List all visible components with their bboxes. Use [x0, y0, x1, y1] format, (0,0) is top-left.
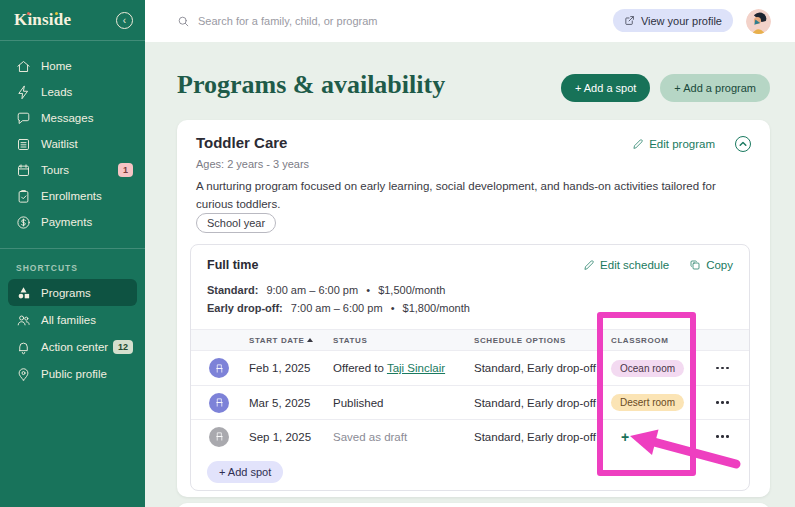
user-avatar[interactable] — [746, 9, 771, 34]
program-ages: Ages: 2 years - 3 years — [196, 158, 309, 170]
external-link-icon — [624, 15, 635, 26]
row-menu-button[interactable] — [716, 435, 751, 438]
sidebar-item-enrollments[interactable]: Enrollments — [0, 183, 145, 209]
add-spot-row-button[interactable]: + Add spot — [207, 461, 283, 483]
sidebar-item-waitlist[interactable]: Waitlist — [0, 131, 145, 157]
view-profile-label: View your profile — [641, 15, 722, 27]
column-header-label: START DATE — [249, 336, 304, 345]
classroom-chip[interactable]: Ocean room — [611, 360, 684, 377]
edit-schedule-label: Edit schedule — [600, 259, 669, 271]
bullet-separator: • — [391, 302, 395, 314]
column-header-start-date[interactable]: START DATE — [249, 336, 333, 345]
column-header-status[interactable]: STATUS — [333, 336, 474, 345]
bell-icon — [16, 340, 31, 355]
sidebar-item-label: Messages — [41, 112, 93, 124]
program-card-actions: Edit program — [632, 136, 751, 152]
rate-early-dropoff: Early drop-off: 7:00 am – 6:00 pm • $1,8… — [207, 302, 470, 314]
edit-schedule-link[interactable]: Edit schedule — [583, 259, 669, 271]
schedule-actions: Edit schedule Copy — [583, 259, 733, 271]
shortcuts-title: SHORTCUTS — [0, 249, 145, 279]
sidebar-item-label: Home — [41, 60, 72, 72]
copy-schedule-link[interactable]: Copy — [689, 259, 733, 271]
copy-icon — [689, 259, 701, 271]
chevron-up-icon — [739, 140, 747, 148]
spot-status: Saved as draft — [333, 431, 474, 443]
page-title: Programs & availability — [177, 70, 445, 100]
search-icon — [177, 15, 190, 28]
calendar-icon — [16, 163, 31, 178]
spot-start-date: Mar 5, 2025 — [249, 397, 333, 409]
rate-price: $1,800/month — [403, 302, 470, 314]
search-input[interactable] — [198, 15, 518, 27]
avatar-illustration — [746, 9, 771, 34]
clipboard-icon — [16, 189, 31, 204]
view-profile-button[interactable]: View your profile — [613, 9, 733, 32]
sidebar-item-label: All families — [41, 314, 96, 326]
table-row: Mar 5, 2025 Published Standard, Early dr… — [191, 385, 749, 419]
spot-schedule-options: Standard, Early drop-off — [474, 431, 611, 443]
rate-label: Early drop-off: — [207, 302, 283, 314]
spot-classroom: Desert room — [611, 394, 716, 411]
edit-program-link[interactable]: Edit program — [632, 138, 715, 150]
term-chip: School year — [196, 213, 276, 233]
sidebar-collapse-button[interactable]: ‹ — [116, 12, 133, 29]
table-row: Feb 1, 2025 Offered to Taji Sinclair Sta… — [191, 351, 749, 385]
main-content: Programs & availability + Add a spot + A… — [145, 42, 795, 507]
column-header-classroom[interactable]: CLASSROOM — [611, 336, 716, 345]
add-program-button[interactable]: + Add a program — [660, 74, 770, 102]
classroom-chip[interactable]: Desert room — [611, 394, 684, 411]
sidebar-item-messages[interactable]: Messages — [0, 105, 145, 131]
spot-classroom: + — [611, 429, 716, 445]
sidebar-item-all-families[interactable]: All families — [0, 307, 145, 333]
row-menu-button[interactable] — [716, 401, 751, 404]
copy-schedule-label: Copy — [706, 259, 733, 271]
tours-count-badge: 1 — [118, 163, 133, 177]
spot-status: Published — [333, 397, 474, 409]
family-link[interactable]: Taji Sinclair — [387, 362, 445, 374]
sidebar-item-label: Public profile — [41, 368, 107, 380]
sidebar-item-label: Waitlist — [41, 138, 78, 150]
pin-icon — [16, 367, 31, 382]
sidebar-item-public-profile[interactable]: Public profile — [0, 361, 145, 387]
spots-table-header: START DATE STATUS SCHEDULE OPTIONS CLASS… — [191, 329, 749, 351]
sidebar-item-programs[interactable]: Programs — [8, 279, 137, 306]
rate-label: Standard: — [207, 284, 258, 296]
sidebar-item-action-center[interactable]: Action center 12 — [0, 334, 145, 360]
collapse-card-button[interactable] — [735, 136, 751, 152]
add-spot-button[interactable]: + Add a spot — [561, 74, 650, 102]
add-classroom-button[interactable]: + — [611, 429, 629, 445]
sidebar-item-label: Leads — [41, 86, 72, 98]
sidebar-nav: Home Leads Messages Waitlist Tours 1 Enr… — [0, 41, 145, 235]
schedule-card-full-time: Full time Edit schedule Copy Standard: 9… — [190, 244, 750, 491]
list-icon — [16, 137, 31, 152]
kinside-logo: Kinside — [14, 10, 71, 30]
shapes-icon — [16, 285, 31, 300]
next-program-card — [177, 503, 770, 507]
spot-schedule-options: Standard, Early drop-off — [474, 397, 611, 409]
row-menu-button[interactable] — [716, 367, 751, 370]
sort-asc-icon — [307, 338, 313, 342]
status-prefix: Offered to — [333, 362, 387, 374]
sidebar: Kinside ‹ Home Leads Messages Waitlist T… — [0, 0, 145, 507]
spot-avatar — [209, 358, 229, 378]
sidebar-item-leads[interactable]: Leads — [0, 79, 145, 105]
sidebar-shortcuts: Programs All families Action center 12 P… — [0, 279, 145, 387]
logo-row: Kinside ‹ — [0, 0, 145, 40]
home-icon — [16, 59, 31, 74]
pencil-icon — [632, 138, 644, 150]
spot-avatar — [209, 427, 229, 447]
rate-time: 9:00 am – 6:00 pm — [266, 284, 358, 296]
table-row: Sep 1, 2025 Saved as draft Standard, Ear… — [191, 419, 749, 453]
page-actions: + Add a spot + Add a program — [561, 74, 770, 102]
program-title: Toddler Care — [196, 134, 287, 151]
action-center-count-badge: 12 — [113, 340, 133, 354]
logo-text: Kinside — [14, 10, 71, 29]
column-header-schedule-options[interactable]: SCHEDULE OPTIONS — [474, 336, 611, 345]
sidebar-item-label: Enrollments — [41, 190, 102, 202]
sidebar-item-payments[interactable]: Payments — [0, 209, 145, 235]
sidebar-item-tours[interactable]: Tours 1 — [0, 157, 145, 183]
dollar-icon — [16, 215, 31, 230]
bullet-separator: • — [366, 284, 370, 296]
sidebar-item-home[interactable]: Home — [0, 53, 145, 79]
sidebar-item-label: Action center — [41, 341, 108, 353]
